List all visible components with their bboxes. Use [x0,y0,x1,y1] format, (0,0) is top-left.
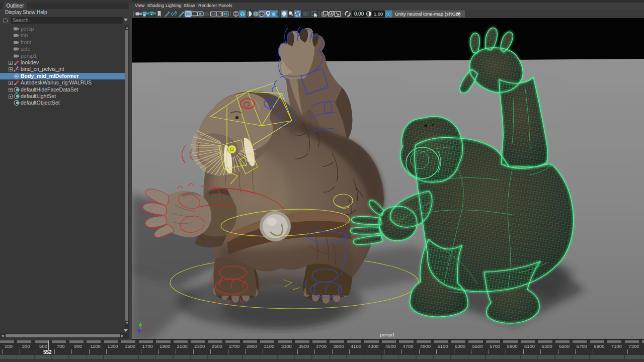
svg-text:Unity neutral tone-map (sRGB): Unity neutral tone-map (sRGB) [395,11,460,17]
svg-text:1.00: 1.00 [374,11,383,17]
svg-text:persp1: persp1 [380,332,394,337]
svg-text:z: z [138,329,140,334]
svg-text:0.00: 0.00 [354,11,364,17]
